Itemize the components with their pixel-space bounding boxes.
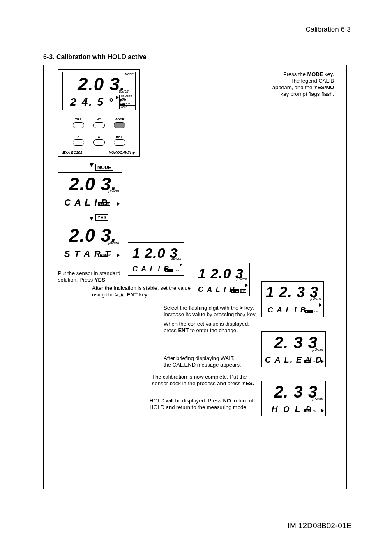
mode-key-label: MODE <box>95 164 113 171</box>
yes-key-label: YES <box>95 214 108 221</box>
page: Calibration 6-3 6-3. Calibration with HO… <box>0 0 392 555</box>
page-header: Calibration 6-3 <box>305 25 351 34</box>
reading-main: 2.0 3. <box>78 75 125 93</box>
lcd-screen-5: 1 2.0 3 µS/cm C A L I B ▶▲ENT <box>194 263 250 296</box>
lcd-screen-3: 2.0 3. µS/cm S T A R T YESNO <box>58 224 122 261</box>
button-row-2: > ∧ ENT <box>58 135 139 146</box>
side-list: MEASURECALDISPLAYHOLD <box>119 95 135 109</box>
instruction-mode-key: Press the MODE key. The legend CALIB app… <box>272 71 334 97</box>
lcd-screen-4: 1 2.0 3 µS/cm C A L I B ▶▲ENT <box>128 242 184 276</box>
no-button[interactable] <box>93 122 105 128</box>
instruction-select-digit: Select the flashing digit with the > key… <box>164 305 256 334</box>
instruction-complete: The calibration is now complete. Put the… <box>152 374 254 387</box>
branding: EXA SC202 YOKOGAWA ◆ <box>62 150 135 155</box>
diagram-frame: Press the MODE key. The legend CALIB app… <box>43 65 347 489</box>
instruction-hold-off: HOLD will be displayed. Press NO to turn… <box>150 398 255 411</box>
lcd-screen-6: 1 2. 3 3 µS/cm C A L I B ▶▲ENT <box>261 281 324 317</box>
lcd-screen-8: 2. 3 3 µS/cm H O L D YESNO <box>261 381 326 416</box>
up-button[interactable] <box>93 139 105 146</box>
triangle-icon <box>116 96 119 99</box>
section-title: 6-3. Calibration with HOLD active <box>43 53 147 61</box>
right-button[interactable] <box>73 139 84 146</box>
instruction-stable: After the indication is stable, set the … <box>92 285 191 298</box>
page-footer: IM 12D08B02-01E <box>288 521 352 530</box>
flow-arrow-1 <box>90 157 94 167</box>
button-row-1: YES NO MODE <box>58 118 139 128</box>
lcd-screen-2: 2.0 3. µS/cm C A L I B YESNO <box>58 172 122 210</box>
lcd-screen-1: MODE 2.0 3. µS/cm 2 4. 5 ° C MEASURECALD… <box>62 72 136 110</box>
lcd-screen-7: 2. 3 3 µS/cm C A L. E N D YESNO <box>261 331 326 367</box>
instruction-wait: After briefing displaying WAIT,the CAL.E… <box>164 355 241 368</box>
instruction-sensor: Put the sensor in standardsolution. Pres… <box>58 270 120 283</box>
ent-button[interactable] <box>114 139 125 146</box>
yes-button[interactable] <box>73 122 84 128</box>
instrument-panel: MODE 2.0 3. µS/cm 2 4. 5 ° C MEASURECALD… <box>58 69 140 157</box>
flow-arrow-2 <box>90 210 94 221</box>
mode-button[interactable] <box>114 122 125 128</box>
